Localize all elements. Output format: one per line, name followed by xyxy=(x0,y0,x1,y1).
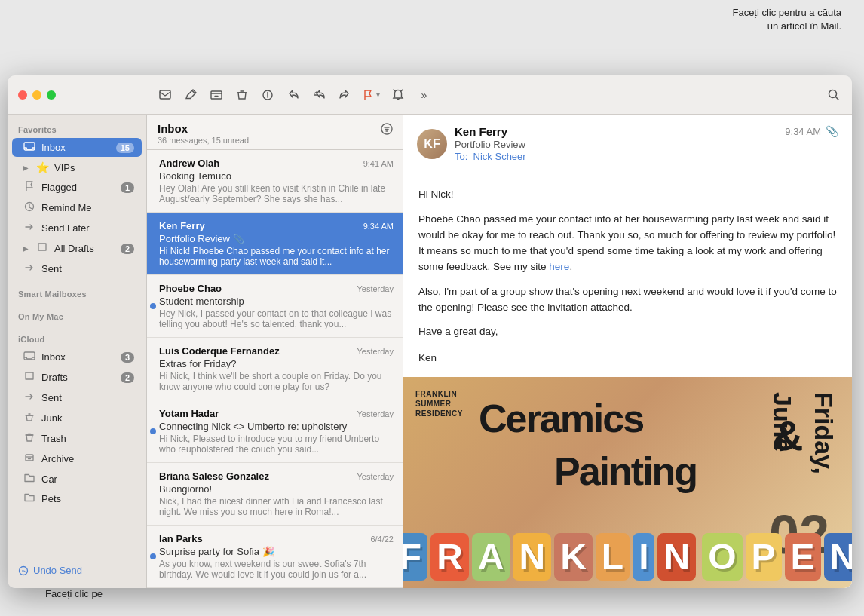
sidebar-item-flagged[interactable]: Flagged 1 xyxy=(12,178,142,197)
clay-letter-i: I xyxy=(633,533,654,581)
notifications-button[interactable] xyxy=(386,83,410,107)
message-preview: Hi Nick! Phoebe Chao passed me your cont… xyxy=(159,246,394,267)
sidebar-item-vips[interactable]: ▶ ⭐ VIPs xyxy=(12,158,142,176)
archive-label: Archive xyxy=(41,453,134,464)
icloud-drafts-badge: 2 xyxy=(121,372,134,383)
icloud-inbox-icon xyxy=(23,351,36,363)
pets-label: Pets xyxy=(41,493,134,504)
junk-icon xyxy=(23,412,36,424)
undo-send-button[interactable]: Undo Send xyxy=(8,559,146,582)
send-later-icon xyxy=(23,222,36,234)
portfolio-link[interactable]: here xyxy=(549,261,569,272)
sidebar-item-icloud-inbox[interactable]: Inbox 3 xyxy=(12,348,142,366)
filter-button[interactable] xyxy=(380,122,394,139)
message-preview: Hi Nick, Pleased to introduce you to my … xyxy=(159,434,394,455)
sidebar-item-icloud-sent[interactable]: Sent xyxy=(12,388,142,407)
message-list-title: Inbox xyxy=(158,122,249,135)
message-time: Yesterday xyxy=(357,284,394,293)
sidebar-item-car[interactable]: Car xyxy=(12,470,142,488)
search-button[interactable] xyxy=(822,83,846,107)
icloud-sent-label: Sent xyxy=(41,392,134,403)
clay-letter-a: A xyxy=(472,533,510,581)
detail-header: KF Ken Ferry Portfolio Review To: Nick S… xyxy=(403,115,852,173)
message-list-item-5[interactable]: Briana Salese GonzalezYesterdayBuongiorn… xyxy=(147,463,403,526)
message-sender: Luis Coderque Fernandez xyxy=(159,345,280,357)
reply-all-button[interactable] xyxy=(307,83,331,107)
sidebar-item-sent[interactable]: Sent xyxy=(12,259,142,278)
flag-button[interactable]: ▾ xyxy=(358,86,385,104)
tooltip-line xyxy=(853,6,853,74)
message-list-item-4[interactable]: Yotam HadarYesterdayConnecting Nick <> U… xyxy=(147,400,403,463)
clay-letter-l: L xyxy=(596,533,630,581)
svg-point-3 xyxy=(267,97,268,98)
traffic-lights xyxy=(8,90,147,100)
message-sender: Ian Parks xyxy=(159,533,203,544)
message-item-header: Ken Ferry9:34 AM xyxy=(159,220,394,231)
car-folder-icon xyxy=(23,473,36,485)
pets-folder-icon xyxy=(23,492,36,504)
reply-button[interactable] xyxy=(281,83,305,107)
message-sender: Ken Ferry xyxy=(159,220,205,231)
close-button[interactable] xyxy=(18,90,27,100)
sidebar-item-icloud-archive[interactable]: Archive xyxy=(12,449,142,468)
message-list-item-1[interactable]: Ken Ferry9:34 AMPortfolio Review📎Hi Nick… xyxy=(147,213,403,275)
clay-letter-o: O xyxy=(702,533,742,581)
new-message-button[interactable] xyxy=(153,83,177,107)
signature: Ken xyxy=(418,349,837,367)
message-list-subtitle: 36 messages, 15 unread xyxy=(158,136,249,145)
tooltip-top-right: Faceți clic pentru a căuta un articol în… xyxy=(732,6,841,33)
message-item-header: Yotam HadarYesterday xyxy=(159,408,394,419)
sidebar-item-icloud-drafts[interactable]: Drafts 2 xyxy=(12,368,142,387)
sidebar-item-icloud-trash[interactable]: Trash xyxy=(12,429,142,448)
forward-button[interactable] xyxy=(332,83,357,107)
message-subject: Surprise party for Sofia 🎉 xyxy=(159,546,394,557)
message-list-item-6[interactable]: Ian Parks6/4/22Surprise party for Sofia … xyxy=(147,526,403,588)
message-list-header: Inbox 36 messages, 15 unread xyxy=(147,115,403,150)
message-preview: Nick, I had the nicest dinner with Lia a… xyxy=(159,496,394,517)
icloud-trash-label: Trash xyxy=(41,433,134,444)
vips-icon: ⭐ xyxy=(35,161,49,173)
sidebar-item-send-later[interactable]: Send Later xyxy=(12,219,142,238)
message-preview: Hey Nick, I passed your contact on to th… xyxy=(159,308,394,329)
minimize-button[interactable] xyxy=(32,90,41,100)
sidebar-item-pets[interactable]: Pets xyxy=(12,489,142,507)
junk-button[interactable] xyxy=(256,83,280,107)
sender-info: KF Ken Ferry Portfolio Review To: Nick S… xyxy=(417,125,526,162)
sidebar-item-remind-me[interactable]: Remind Me xyxy=(12,198,142,217)
message-time: Yesterday xyxy=(357,347,394,356)
clay-letter-f: F xyxy=(403,533,427,581)
message-sender: Andrew Olah xyxy=(159,158,219,169)
message-sender: Briana Salese Gonzalez xyxy=(159,470,269,482)
icloud-junk-label: Junk xyxy=(41,412,134,424)
maximize-button[interactable] xyxy=(47,90,56,100)
message-list-item-3[interactable]: Luis Coderque FernandezYesterdayExtras f… xyxy=(147,338,403,400)
body-area: Favorites Inbox 15 ▶ ⭐ VIPs xyxy=(8,115,852,588)
event-image: FRANKLIN SUMMER RESIDENCY Ceramics & Pai… xyxy=(403,377,852,588)
tooltip-bottom-left: Faceți clic pe xyxy=(45,587,103,601)
toolbar: ▾ » xyxy=(8,75,852,115)
attachment-indicator: 📎 xyxy=(826,125,838,137)
message-time: Yesterday xyxy=(357,409,394,418)
sidebar-item-all-drafts[interactable]: ▶ All Drafts 2 xyxy=(12,239,142,258)
sidebar-item-icloud-junk[interactable]: Junk xyxy=(12,409,142,428)
sent-label: Sent xyxy=(41,263,134,274)
sidebar-item-inbox[interactable]: Inbox 15 xyxy=(12,138,142,157)
message-time: Yesterday xyxy=(357,472,394,481)
message-list-item-2[interactable]: Phoebe ChaoYesterdayStudent mentorshipHe… xyxy=(147,275,403,338)
trash-button[interactable] xyxy=(230,83,254,107)
more-button[interactable]: » xyxy=(412,83,436,107)
drafts-icon xyxy=(35,242,49,255)
message-list-item-0[interactable]: Andrew Olah9:41 AMBooking TemucoHey Olah… xyxy=(147,150,403,213)
smart-mailboxes-label: Smart Mailboxes xyxy=(8,279,146,302)
inbox-icon xyxy=(23,141,36,154)
compose-button[interactable] xyxy=(179,83,203,107)
attachment-icon: 📎 xyxy=(233,234,244,244)
message-item-header: Ian Parks6/4/22 xyxy=(159,533,394,544)
detail-subject: Portfolio Review xyxy=(455,139,526,150)
message-list: Inbox 36 messages, 15 unread Andrew Olah… xyxy=(147,115,403,588)
message-item-header: Briana Salese GonzalezYesterday xyxy=(159,470,394,482)
archive-icon xyxy=(23,452,36,465)
message-preview: Hi Nick, I think we'll be short a couple… xyxy=(159,371,394,392)
archive-button[interactable] xyxy=(204,83,228,107)
message-item-header: Luis Coderque FernandezYesterday xyxy=(159,345,394,357)
